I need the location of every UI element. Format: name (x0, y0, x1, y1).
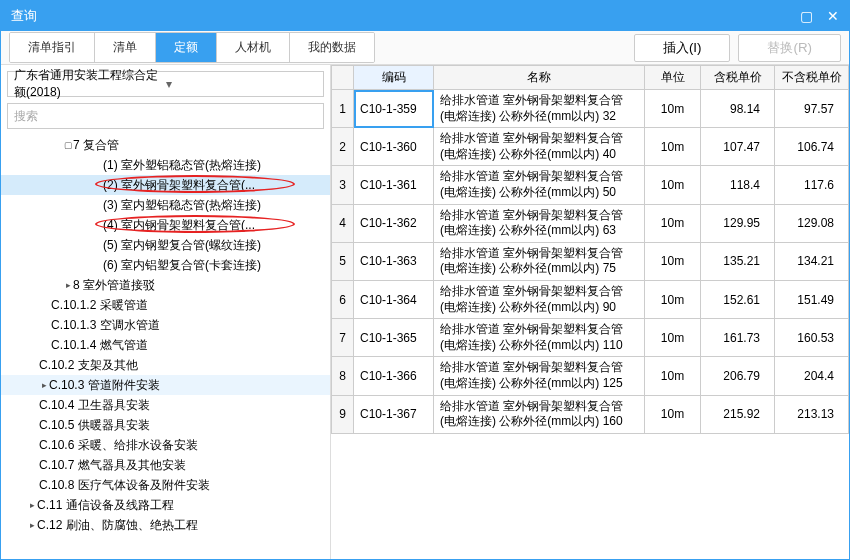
tree-caret-icon[interactable]: ▸ (27, 500, 37, 510)
tree-node[interactable]: (6) 室内铝塑复合管(卡套连接) (1, 255, 330, 275)
cell[interactable]: 9 (332, 395, 354, 433)
cell[interactable]: 6 (332, 280, 354, 318)
cell[interactable]: 98.14 (701, 90, 775, 128)
tree-node[interactable]: C.10.1.4 燃气管道 (1, 335, 330, 355)
table-row[interactable]: 7C10-1-365给排水管道 室外钢骨架塑料复合管(电熔连接) 公称外径(mm… (332, 319, 849, 357)
tree-node[interactable]: (3) 室内塑铝稳态管(热熔连接) (1, 195, 330, 215)
cell[interactable]: 107.47 (701, 128, 775, 166)
col-header[interactable]: 含税单价 (701, 66, 775, 90)
cell[interactable]: 213.13 (775, 395, 849, 433)
cell[interactable]: C10-1-366 (354, 357, 434, 395)
cell[interactable]: 10m (645, 280, 701, 318)
cell[interactable]: 4 (332, 204, 354, 242)
cell[interactable]: 给排水管道 室外钢骨架塑料复合管(电熔连接) 公称外径(mm以内) 75 (434, 242, 645, 280)
cell[interactable]: 10m (645, 90, 701, 128)
cell[interactable]: C10-1-359 (354, 90, 434, 128)
cell[interactable]: 129.95 (701, 204, 775, 242)
cell[interactable]: C10-1-362 (354, 204, 434, 242)
cell[interactable]: 161.73 (701, 319, 775, 357)
cell[interactable]: 给排水管道 室外钢骨架塑料复合管(电熔连接) 公称外径(mm以内) 125 (434, 357, 645, 395)
col-header[interactable]: 单位 (645, 66, 701, 90)
table-row[interactable]: 9C10-1-367给排水管道 室外钢骨架塑料复合管(电熔连接) 公称外径(mm… (332, 395, 849, 433)
tree-node[interactable]: C.10.6 采暖、给排水设备安装 (1, 435, 330, 455)
insert-button[interactable]: 插入(I) (634, 34, 731, 62)
cell[interactable]: 给排水管道 室外钢骨架塑料复合管(电熔连接) 公称外径(mm以内) 160 (434, 395, 645, 433)
tree-node[interactable]: (2) 室外钢骨架塑料复合管(... (1, 175, 330, 195)
tab-1[interactable]: 清单 (95, 33, 156, 62)
tab-0[interactable]: 清单指引 (10, 33, 95, 62)
quota-select[interactable]: 广东省通用安装工程综合定额(2018) ▾ (7, 71, 324, 97)
tree-node[interactable]: C.10.4 卫生器具安装 (1, 395, 330, 415)
tab-3[interactable]: 人材机 (217, 33, 290, 62)
cell[interactable]: 152.61 (701, 280, 775, 318)
tab-2[interactable]: 定额 (156, 33, 217, 62)
cell[interactable]: 106.74 (775, 128, 849, 166)
tree-caret-icon[interactable]: ▸ (27, 520, 37, 530)
cell[interactable]: 151.49 (775, 280, 849, 318)
cell[interactable]: 给排水管道 室外钢骨架塑料复合管(电熔连接) 公称外径(mm以内) 110 (434, 319, 645, 357)
tree-node[interactable]: C.10.8 医疗气体设备及附件安装 (1, 475, 330, 495)
col-header[interactable] (332, 66, 354, 90)
cell[interactable]: C10-1-361 (354, 166, 434, 204)
cell[interactable]: C10-1-363 (354, 242, 434, 280)
tree-node[interactable]: ▸C.11 通信设备及线路工程 (1, 495, 330, 515)
tree-node[interactable]: (1) 室外塑铝稳态管(热熔连接) (1, 155, 330, 175)
tree-node[interactable]: ▸C.12 刷油、防腐蚀、绝热工程 (1, 515, 330, 535)
cell[interactable]: 8 (332, 357, 354, 395)
tree-node[interactable]: (4) 室内钢骨架塑料复合管(... (1, 215, 330, 235)
cell[interactable]: 10m (645, 319, 701, 357)
cell[interactable]: 97.57 (775, 90, 849, 128)
cell[interactable]: 10m (645, 166, 701, 204)
tab-4[interactable]: 我的数据 (290, 33, 374, 62)
cell[interactable]: 129.08 (775, 204, 849, 242)
col-header[interactable]: 名称 (434, 66, 645, 90)
cell[interactable]: 215.92 (701, 395, 775, 433)
table-row[interactable]: 4C10-1-362给排水管道 室外钢骨架塑料复合管(电熔连接) 公称外径(mm… (332, 204, 849, 242)
col-header[interactable]: 编码 (354, 66, 434, 90)
table-row[interactable]: 2C10-1-360给排水管道 室外钢骨架塑料复合管(电熔连接) 公称外径(mm… (332, 128, 849, 166)
cell[interactable]: 给排水管道 室外钢骨架塑料复合管(电熔连接) 公称外径(mm以内) 90 (434, 280, 645, 318)
cell[interactable]: 10m (645, 128, 701, 166)
tree-node[interactable]: C.10.1.3 空调水管道 (1, 315, 330, 335)
cell[interactable]: 10m (645, 242, 701, 280)
tree-node[interactable]: C.10.2 支架及其他 (1, 355, 330, 375)
cell[interactable]: 2 (332, 128, 354, 166)
cell[interactable]: 给排水管道 室外钢骨架塑料复合管(电熔连接) 公称外径(mm以内) 40 (434, 128, 645, 166)
tree-node[interactable]: (5) 室内钢塑复合管(螺纹连接) (1, 235, 330, 255)
col-header[interactable]: 不含税单价 (775, 66, 849, 90)
cell[interactable]: C10-1-364 (354, 280, 434, 318)
table-row[interactable]: 3C10-1-361给排水管道 室外钢骨架塑料复合管(电熔连接) 公称外径(mm… (332, 166, 849, 204)
cell[interactable]: 206.79 (701, 357, 775, 395)
data-grid[interactable]: 编码名称单位含税单价不含税单价1C10-1-359给排水管道 室外钢骨架塑料复合… (331, 65, 849, 559)
cell[interactable]: 给排水管道 室外钢骨架塑料复合管(电熔连接) 公称外径(mm以内) 32 (434, 90, 645, 128)
cell[interactable]: C10-1-360 (354, 128, 434, 166)
tree-node[interactable]: C.10.7 燃气器具及其他安装 (1, 455, 330, 475)
cell[interactable]: 118.4 (701, 166, 775, 204)
table-row[interactable]: 5C10-1-363给排水管道 室外钢骨架塑料复合管(电熔连接) 公称外径(mm… (332, 242, 849, 280)
cell[interactable]: 10m (645, 357, 701, 395)
cell[interactable]: 10m (645, 204, 701, 242)
tree-caret-icon[interactable]: ▸ (39, 380, 49, 390)
cell[interactable]: 3 (332, 166, 354, 204)
cell[interactable]: 117.6 (775, 166, 849, 204)
cell[interactable]: 160.53 (775, 319, 849, 357)
table-row[interactable]: 6C10-1-364给排水管道 室外钢骨架塑料复合管(电熔连接) 公称外径(mm… (332, 280, 849, 318)
maximize-icon[interactable]: ▢ (800, 8, 813, 24)
table-row[interactable]: 8C10-1-366给排水管道 室外钢骨架塑料复合管(电熔连接) 公称外径(mm… (332, 357, 849, 395)
tree-node[interactable]: ▸C.10.3 管道附件安装 (1, 375, 330, 395)
tree-node[interactable]: ▸8 室外管道接驳 (1, 275, 330, 295)
close-icon[interactable]: ✕ (827, 8, 839, 24)
cell[interactable]: 135.21 (701, 242, 775, 280)
cell[interactable]: 5 (332, 242, 354, 280)
cell[interactable]: 1 (332, 90, 354, 128)
tree-node[interactable]: ▢7 复合管 (1, 135, 330, 155)
cell[interactable]: C10-1-365 (354, 319, 434, 357)
cell[interactable]: 10m (645, 395, 701, 433)
cell[interactable]: 134.21 (775, 242, 849, 280)
cell[interactable]: C10-1-367 (354, 395, 434, 433)
tree-node[interactable]: C.10.1.2 采暖管道 (1, 295, 330, 315)
cell[interactable]: 给排水管道 室外钢骨架塑料复合管(电熔连接) 公称外径(mm以内) 50 (434, 166, 645, 204)
cell[interactable]: 204.4 (775, 357, 849, 395)
tree-node[interactable]: C.10.5 供暖器具安装 (1, 415, 330, 435)
tree-caret-icon[interactable]: ▸ (63, 280, 73, 290)
